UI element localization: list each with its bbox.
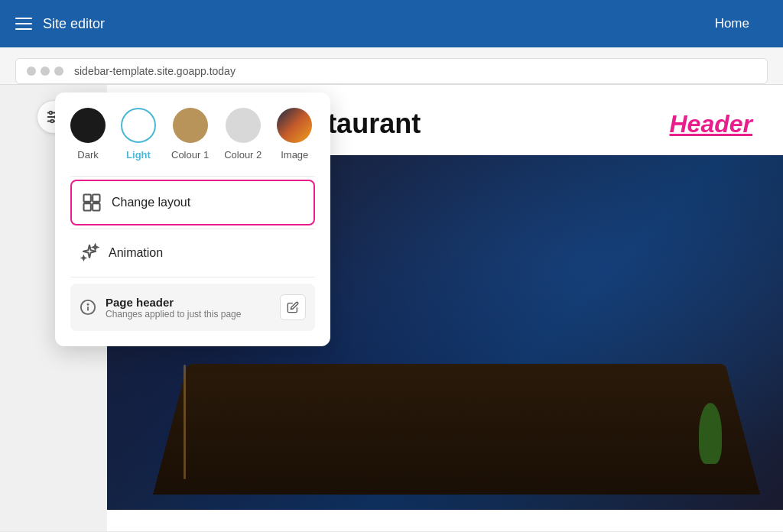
page-header-text: Page header Changes applied to just this… <box>106 296 241 320</box>
svg-point-3 <box>50 112 53 115</box>
svg-rect-9 <box>93 203 99 210</box>
hamburger-menu-button[interactable] <box>15 18 32 30</box>
colour1-color-circle <box>173 108 208 143</box>
color-option-light[interactable]: Light <box>121 108 156 161</box>
svg-rect-6 <box>84 195 91 202</box>
page-header-subtitle: Changes applied to just this page <box>106 309 241 320</box>
svg-point-5 <box>50 120 54 123</box>
color-option-colour2[interactable]: Colour 2 <box>224 108 262 161</box>
animation-label: Animation <box>109 246 163 260</box>
layout-icon <box>81 192 102 213</box>
pencil-icon <box>287 301 299 313</box>
page-header-title: Page header <box>106 296 241 309</box>
page-header-edit-button[interactable] <box>280 294 306 320</box>
color-option-image[interactable]: Image <box>277 108 312 161</box>
browser-dot-1 <box>27 66 36 76</box>
info-icon <box>80 299 96 316</box>
website-header-link: Header <box>670 110 753 138</box>
browser-dots <box>27 66 63 76</box>
svg-rect-8 <box>84 203 91 210</box>
table-highlight <box>184 365 186 479</box>
table-decoration <box>153 364 760 495</box>
plant-decoration <box>699 403 722 464</box>
color-option-colour1[interactable]: Colour 1 <box>171 108 209 161</box>
light-color-label: Light <box>126 149 151 161</box>
top-navigation: Site editor Home <box>0 0 783 47</box>
page-header-section: Page header Changes applied to just this… <box>70 284 315 331</box>
style-popup-panel: Dark Light Colour 1 Colour 2 Image <box>55 92 330 346</box>
app-title: Site editor <box>43 16 105 32</box>
dark-color-label: Dark <box>77 149 98 161</box>
change-layout-button[interactable]: Change layout <box>70 180 315 225</box>
animation-button[interactable]: Animation <box>70 232 315 274</box>
browser-url: sidebar-template.site.goapp.today <box>74 65 236 77</box>
browser-chrome: sidebar-template.site.goapp.today <box>0 47 783 85</box>
browser-dot-2 <box>41 66 50 76</box>
sparkle-icon <box>80 243 99 263</box>
color-options-row: Dark Light Colour 1 Colour 2 Image <box>70 108 315 161</box>
home-button[interactable]: Home <box>697 8 768 39</box>
browser-dot-3 <box>54 66 63 76</box>
nav-left: Site editor <box>15 16 105 32</box>
colour1-color-label: Colour 1 <box>171 149 209 161</box>
divider-1 <box>70 176 315 177</box>
image-color-label: Image <box>281 149 308 161</box>
dark-color-circle <box>70 108 106 143</box>
divider-3 <box>70 277 315 277</box>
change-layout-label: Change layout <box>112 196 190 209</box>
color-option-dark[interactable]: Dark <box>70 108 106 161</box>
address-bar: sidebar-template.site.goapp.today <box>15 58 768 84</box>
main-content: Five Stars Restaurant Header Dark Light … <box>0 85 783 531</box>
light-color-circle <box>121 108 156 143</box>
page-header-left: Page header Changes applied to just this… <box>80 296 241 320</box>
divider-2 <box>70 229 315 229</box>
colour2-color-circle <box>226 108 261 143</box>
image-color-circle <box>277 108 312 143</box>
colour2-color-label: Colour 2 <box>224 149 262 161</box>
svg-rect-7 <box>93 195 99 202</box>
